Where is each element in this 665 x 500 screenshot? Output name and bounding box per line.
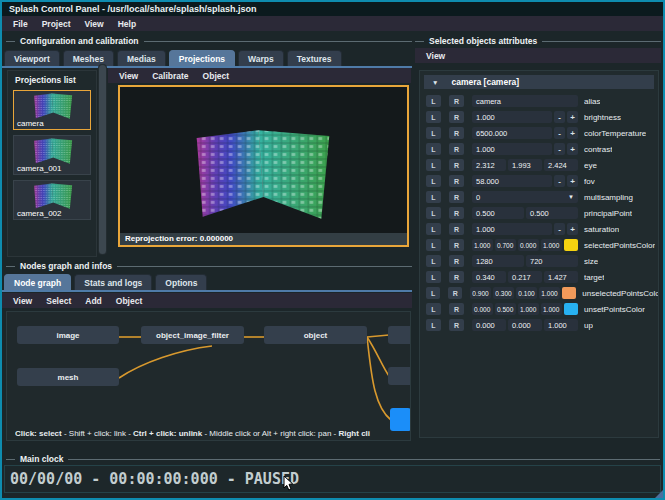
- link-l-button[interactable]: L: [426, 255, 441, 267]
- increment-button[interactable]: +: [567, 223, 578, 235]
- attribute-value-field[interactable]: 0.340: [472, 271, 506, 283]
- tab-meshes[interactable]: Meshes: [63, 50, 114, 66]
- attribute-value-field[interactable]: 2.424: [544, 159, 578, 171]
- link-object-mid[interactable]: [367, 337, 389, 376]
- link-r-button[interactable]: R: [449, 95, 464, 107]
- link-l-button[interactable]: L: [426, 175, 441, 187]
- projection-thumbnail-camera[interactable]: camera: [13, 90, 91, 130]
- link-l-button[interactable]: L: [426, 319, 441, 331]
- attribute-value-field[interactable]: 1.427: [544, 271, 578, 283]
- attribute-value-field[interactable]: 58.000: [472, 175, 552, 187]
- link-r-button[interactable]: R: [449, 239, 464, 251]
- link-object-top[interactable]: [367, 335, 389, 337]
- node-truncated-top[interactable]: [388, 326, 411, 344]
- scrollbar-thumb[interactable]: [99, 65, 106, 254]
- menu-item-object[interactable]: Object: [196, 69, 236, 83]
- attribute-value-field[interactable]: 720: [526, 255, 578, 267]
- decrement-button[interactable]: -: [554, 223, 565, 235]
- node-truncated-mid[interactable]: [388, 367, 411, 385]
- increment-button[interactable]: +: [567, 127, 578, 139]
- attribute-value-field[interactable]: 6500.000: [472, 127, 552, 139]
- tab-textures[interactable]: Textures: [287, 50, 342, 66]
- attribute-value-field[interactable]: 1.000: [472, 239, 493, 251]
- link-r-button[interactable]: R: [449, 207, 464, 219]
- decrement-button[interactable]: -: [554, 127, 565, 139]
- attribute-value-field[interactable]: 0.000: [472, 303, 493, 315]
- attribute-value-field[interactable]: 1.000: [518, 303, 539, 315]
- attribute-value-field[interactable]: 1280: [472, 255, 524, 267]
- attribute-value-field[interactable]: 1.000: [539, 287, 560, 299]
- decrement-button[interactable]: -: [554, 175, 565, 187]
- link-r-button[interactable]: R: [449, 111, 464, 123]
- tab-viewport[interactable]: Viewport: [4, 50, 60, 66]
- link-r-button[interactable]: R: [449, 303, 464, 315]
- link-l-button[interactable]: L: [426, 111, 441, 123]
- increment-button[interactable]: +: [567, 175, 578, 187]
- attribute-value-field[interactable]: 1.000: [544, 319, 578, 331]
- attribute-value-field[interactable]: 0.700: [495, 239, 516, 251]
- tab-options[interactable]: Options: [155, 274, 207, 290]
- link-r-button[interactable]: R: [448, 287, 462, 299]
- increment-button[interactable]: +: [567, 143, 578, 155]
- menu-item-view[interactable]: View: [6, 294, 39, 308]
- color-swatch[interactable]: [564, 303, 578, 315]
- link-r-button[interactable]: R: [449, 159, 464, 171]
- projections-scrollbar[interactable]: [98, 64, 107, 255]
- tab-node-graph[interactable]: Node graph: [4, 274, 71, 290]
- graph-node-object-image-filter[interactable]: object_image_filter: [141, 326, 244, 344]
- attribute-value-field[interactable]: 0.500: [495, 303, 516, 315]
- attribute-value-field[interactable]: 0.000: [508, 319, 542, 331]
- decrement-button[interactable]: -: [554, 111, 565, 123]
- attribute-value-field[interactable]: 0.900: [470, 287, 491, 299]
- link-l-button[interactable]: L: [426, 271, 441, 283]
- link-l-button[interactable]: L: [426, 239, 441, 251]
- projection-viewport[interactable]: Reprojection error: 0.000000: [118, 85, 409, 247]
- tab-projections[interactable]: Projections: [169, 50, 235, 66]
- attribute-value-field[interactable]: 0.500: [472, 207, 524, 219]
- link-l-button[interactable]: L: [426, 207, 441, 219]
- node-selected-blue[interactable]: [390, 408, 411, 431]
- attribute-value-field[interactable]: 0.300: [493, 287, 514, 299]
- tab-medias[interactable]: Medias: [117, 50, 166, 66]
- link-r-button[interactable]: R: [449, 127, 464, 139]
- link-r-button[interactable]: R: [449, 255, 464, 267]
- attribute-value-field[interactable]: 0.000: [472, 319, 506, 331]
- menu-item-view[interactable]: View: [112, 69, 145, 83]
- link-l-button[interactable]: L: [426, 143, 441, 155]
- link-r-button[interactable]: R: [449, 143, 464, 155]
- link-r-button[interactable]: R: [449, 223, 464, 235]
- attribute-value-field[interactable]: 0.000: [518, 239, 539, 251]
- node-graph-canvas[interactable]: imageobject_image_filterobjectmesh Click…: [6, 311, 411, 441]
- menu-item-help[interactable]: Help: [111, 17, 143, 31]
- link-r-button[interactable]: R: [449, 191, 464, 203]
- attribute-value-field[interactable]: 2.312: [472, 159, 506, 171]
- attribute-value-field[interactable]: 1.000: [541, 303, 562, 315]
- menu-item-project[interactable]: Project: [35, 17, 78, 31]
- link-r-button[interactable]: R: [449, 319, 464, 331]
- attribute-value-field[interactable]: 0.217: [508, 271, 542, 283]
- attribute-value-field[interactable]: 1.993: [508, 159, 542, 171]
- link-l-button[interactable]: L: [426, 127, 441, 139]
- color-swatch[interactable]: [562, 287, 576, 299]
- attribute-value-field[interactable]: camera: [472, 95, 578, 107]
- menu-item-add[interactable]: Add: [78, 294, 109, 308]
- link-l-button[interactable]: L: [426, 159, 441, 171]
- link-l-button[interactable]: L: [426, 223, 441, 235]
- attribute-value-field[interactable]: 0.500: [526, 207, 578, 219]
- graph-node-object[interactable]: object: [264, 326, 367, 344]
- window-resize-grip[interactable]: [655, 490, 663, 498]
- collapse-triangle-icon[interactable]: ▼: [432, 79, 438, 86]
- menu-item-file[interactable]: File: [6, 17, 35, 31]
- projection-thumbnail-camera-002[interactable]: camera_002: [13, 180, 91, 220]
- link-l-button[interactable]: L: [426, 303, 441, 315]
- menu-item-view[interactable]: View: [419, 49, 452, 63]
- attribute-value-field[interactable]: 0.100: [516, 287, 537, 299]
- menu-item-calibrate[interactable]: Calibrate: [145, 69, 195, 83]
- dropdown-caret-icon[interactable]: ▼: [568, 194, 574, 200]
- attribute-value-field[interactable]: 1.000: [472, 143, 552, 155]
- menu-item-select[interactable]: Select: [39, 294, 78, 308]
- attribute-value-field[interactable]: 0▼: [472, 191, 578, 203]
- attribute-value-field[interactable]: 1.000: [541, 239, 562, 251]
- link-l-button[interactable]: L: [426, 191, 441, 203]
- link-r-button[interactable]: R: [449, 175, 464, 187]
